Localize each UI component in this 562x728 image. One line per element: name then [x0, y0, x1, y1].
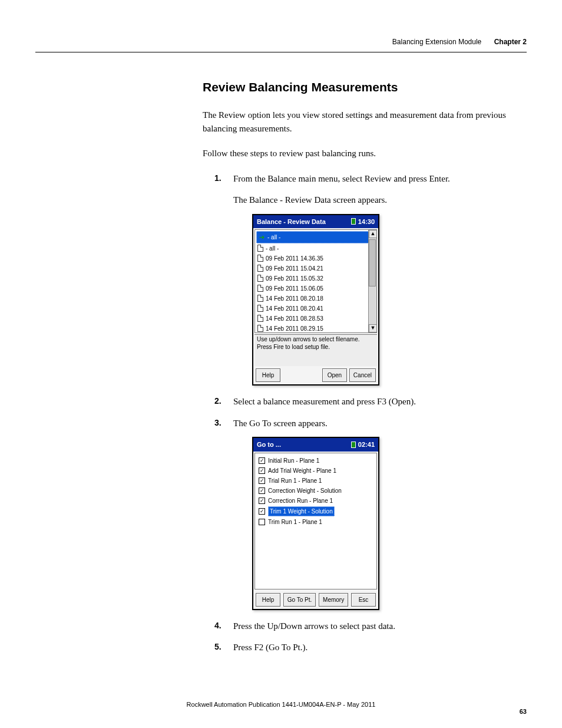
battery-icon: [351, 218, 356, 225]
device1-buttonbar: Help Open Cancel: [253, 366, 378, 384]
list-item-label: 09 Feb 2011 14.36.35: [266, 254, 323, 263]
device2-buttonbar: Help Go To Pt. Memory Esc: [253, 591, 378, 609]
step-number: 4.: [214, 620, 222, 632]
document-icon: [257, 245, 263, 252]
list-item-label: 14 Feb 2011 08.20.41: [266, 304, 323, 313]
help-button[interactable]: Help: [256, 593, 280, 607]
scroll-up-icon[interactable]: ▲: [369, 230, 377, 238]
step-2: 2. Select a balance measurement and pres…: [214, 395, 527, 409]
document-icon: [257, 325, 263, 332]
device-goto: Go to ... 02:41 Initial Run - Plane 1 Ad…: [252, 437, 379, 610]
check-label: Trim 1 Weight - Solution: [268, 506, 335, 516]
step-text: Press the Up/Down arrows to select past …: [233, 621, 395, 631]
list-item-label: 14 Feb 2011 08.28.53: [266, 314, 323, 323]
list-item[interactable]: 09 Feb 2011 15.05.32: [256, 274, 375, 284]
device1-clock: 14:30: [351, 217, 375, 227]
list-item[interactable]: 14 Feb 2011 08.20.41: [256, 304, 375, 314]
page-title: Review Balancing Measurements: [203, 80, 527, 94]
list-item[interactable]: 09 Feb 2011 14.36.35: [256, 253, 375, 263]
list-item-label: 09 Feb 2011 15.04.21: [266, 264, 323, 273]
list-item[interactable]: - all -: [256, 243, 375, 253]
check-item[interactable]: Initial Run - Plane 1: [259, 456, 373, 466]
follow-paragraph: Follow these steps to review past balanc…: [203, 147, 527, 160]
list-item-selected[interactable]: ➔ - all -: [256, 231, 375, 243]
intro-paragraph: The Review option lets you view stored s…: [203, 108, 527, 135]
file-list: ➔ - all - - all - 09 Feb 2011 14.36.35 0…: [255, 230, 376, 333]
header-rule: [35, 52, 527, 52]
step-text: The Go To screen appears.: [233, 419, 328, 428]
hint-area: Use up/down arrows to select filename. P…: [254, 334, 377, 366]
checkbox-icon: [259, 477, 265, 484]
check-item[interactable]: Correction Weight - Solution: [259, 486, 373, 496]
check-label: Add Trial Weight - Plane 1: [268, 466, 336, 475]
scrollbar[interactable]: ▲ ▼: [368, 230, 376, 332]
header-chapter: Chapter 2: [494, 38, 527, 46]
document-icon: [257, 295, 263, 302]
main-content: Review Balancing Measurements The Review…: [203, 80, 527, 663]
arrow-right-icon: ➔: [258, 232, 265, 242]
publication-line: Rockwell Automation Publication 1441-UM0…: [0, 701, 562, 708]
document-icon: [257, 265, 263, 272]
battery-icon: [351, 442, 356, 448]
scroll-thumb[interactable]: [369, 239, 376, 286]
list-item[interactable]: 09 Feb 2011 15.06.05: [256, 284, 375, 294]
list-item[interactable]: 14 Feb 2011 08.28.53: [256, 314, 375, 324]
checkbox-icon: [259, 519, 265, 525]
list-item[interactable]: 14 Feb 2011 08.29.15: [256, 324, 375, 334]
goto-pt-button[interactable]: Go To Pt.: [283, 593, 316, 607]
memory-button[interactable]: Memory: [319, 593, 348, 607]
header-section: Balancing Extension Module: [392, 38, 481, 46]
file-listbox[interactable]: ➔ - all - - all - 09 Feb 2011 14.36.35 0…: [254, 229, 377, 333]
scroll-down-icon[interactable]: ▼: [369, 324, 377, 332]
document-icon: [257, 285, 263, 292]
check-item[interactable]: Trial Run 1 - Plane 1: [259, 476, 373, 486]
check-label: Initial Run - Plane 1: [268, 456, 319, 465]
check-item[interactable]: Add Trial Weight - Plane 1: [259, 466, 373, 476]
step-number: 3.: [214, 417, 222, 429]
check-label: Trim Run 1 - Plane 1: [268, 518, 322, 526]
device2-time: 02:41: [358, 440, 375, 450]
device2-clock: 02:41: [351, 440, 375, 450]
checkbox-icon: [259, 467, 265, 474]
help-button[interactable]: Help: [256, 368, 280, 382]
device2-title: Go to ...: [257, 440, 281, 450]
spacer: [283, 368, 320, 382]
hint-line-2: Press Fire to load setup file.: [257, 344, 375, 351]
open-button[interactable]: Open: [322, 368, 347, 382]
device1-titlebar: Balance - Review Data 14:30: [253, 215, 378, 229]
page-number: 63: [520, 708, 527, 715]
step-text: Press F2 (Go To Pt.).: [233, 643, 308, 652]
list-item-label: - all -: [267, 233, 280, 242]
esc-button[interactable]: Esc: [351, 593, 376, 607]
step-text: Select a balance measurement and press F…: [233, 397, 416, 406]
check-item[interactable]: Trim Run 1 - Plane 1: [259, 517, 373, 527]
list-item-label: 14 Feb 2011 08.20.18: [266, 294, 323, 303]
checkbox-icon: [259, 487, 265, 494]
step-number: 5.: [214, 641, 222, 653]
device1-time: 14:30: [358, 217, 375, 227]
steps-list: 1. From the Balance main menu, select Re…: [214, 172, 527, 654]
list-item[interactable]: 09 Feb 2011 15.04.21: [256, 263, 375, 274]
check-item-selected[interactable]: Trim 1 Weight - Solution: [259, 506, 373, 517]
device-review-data: Balance - Review Data 14:30 ➔ - all -: [252, 214, 379, 386]
checkbox-icon: [259, 508, 265, 515]
hint-line-1: Use up/down arrows to select filename.: [257, 336, 375, 344]
list-item-label: 09 Feb 2011 15.06.05: [266, 284, 323, 293]
device1-title: Balance - Review Data: [257, 217, 326, 227]
check-label: Correction Run - Plane 1: [268, 496, 333, 505]
goto-checklist[interactable]: Initial Run - Plane 1 Add Trial Weight -…: [254, 453, 377, 589]
list-item-label: 14 Feb 2011 08.29.15: [266, 324, 323, 333]
document-icon: [257, 315, 263, 322]
step-3: 3. The Go To screen appears. Go to ... 0…: [214, 417, 527, 610]
cancel-button[interactable]: Cancel: [349, 368, 376, 382]
step-text: From the Balance main menu, select Revie…: [233, 174, 450, 183]
checkbox-icon: [259, 457, 265, 464]
check-item[interactable]: Correction Run - Plane 1: [259, 496, 373, 506]
document-icon: [257, 305, 263, 312]
checkbox-icon: [259, 498, 265, 504]
step-number: 1.: [214, 172, 222, 185]
step-1-sub: The Balance - Review Data screen appears…: [233, 193, 527, 207]
list-item[interactable]: 14 Feb 2011 08.20.18: [256, 294, 375, 304]
list-item-label: 09 Feb 2011 15.05.32: [266, 274, 323, 283]
document-icon: [257, 275, 263, 282]
